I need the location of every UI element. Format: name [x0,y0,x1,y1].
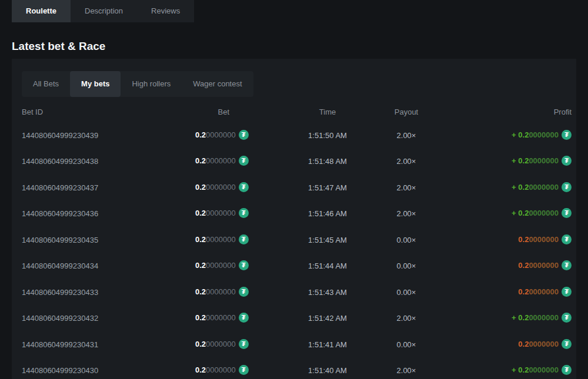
bet-payout: 2.00× [376,366,436,375]
tab-high-rollers[interactable]: High rollers [121,71,182,97]
bet-time: 1:51:40 AM [279,366,376,375]
bet-amount: 0.20000000₮ [195,313,247,323]
tether-coin-icon: ₮ [562,260,572,270]
page-title: Latest bet & Race [12,40,588,53]
tab-all-bets[interactable]: All Bets [22,71,70,97]
tab-roulette[interactable]: Roulette [12,0,71,22]
header-time: Time [279,108,376,116]
bet-id-value: 144080604999230433 [22,288,195,297]
profit-amount-lead: 0.2 [518,340,529,348]
profit-cell: 0.20000000₮ [436,261,572,271]
page: Roulette Description Reviews Latest bet … [0,0,588,379]
bet-payout: 0.00× [376,261,436,270]
profit-amount-rest: 0000000 [529,261,559,270]
bet-time: 1:51:50 AM [279,131,376,140]
bet-time: 1:51:41 AM [279,340,376,349]
bets-table: Bet ID Bet Time Payout Profit 1440806049… [12,101,576,379]
profit-amount-lead: + 0.2 [512,156,529,165]
tether-coin-icon: ₮ [239,156,249,166]
tab-wager-contest[interactable]: Wager contest [182,71,253,97]
profit-amount-lead: 0.2 [518,287,529,296]
header-payout: Payout [376,108,436,116]
bet-id-value: 144080604999230434 [22,261,195,270]
tether-coin-icon: ₮ [239,260,249,270]
profit-amount-lead: 0.2 [518,235,529,244]
bet-amount-rest: 0000000 [206,261,236,270]
tab-my-bets[interactable]: My bets [70,71,121,97]
tether-coin-icon: ₮ [239,234,249,244]
profit-amount-rest: 0000000 [529,340,559,348]
tether-coin-icon: ₮ [562,313,572,323]
table-header-row: Bet ID Bet Time Payout Profit [12,101,576,122]
profit-amount-lead: + 0.2 [512,365,529,374]
bet-amount-lead: 0.2 [195,287,206,296]
bet-id-value: 144080604999230432 [22,314,195,323]
table-row[interactable]: 144080604999230437 0.20000000₮ 1:51:47 A… [12,175,576,201]
tether-coin-icon: ₮ [239,339,249,349]
tab-reviews[interactable]: Reviews [137,0,194,22]
header-bet-id: Bet ID [22,108,195,116]
header-profit: Profit [436,108,572,116]
tether-coin-icon: ₮ [562,234,572,244]
bet-payout: 2.00× [376,209,436,218]
tether-coin-icon: ₮ [562,339,572,349]
tether-coin-icon: ₮ [562,182,572,192]
bet-id-value: 144080604999230436 [22,209,195,218]
profit-cell: + 0.20000000₮ [436,365,572,375]
profit-amount-lead: 0.2 [518,261,529,270]
bet-payout: 2.00× [376,157,436,166]
bet-time: 1:51:45 AM [279,236,376,244]
latest-bets-panel: All Bets My bets High rollers Wager cont… [12,59,576,379]
table-row[interactable]: 144080604999230430 0.20000000₮ 1:51:40 A… [12,358,576,379]
bet-id-value: 144080604999230430 [22,366,195,375]
bet-id-value: 144080604999230435 [22,236,195,244]
profit-cell: + 0.20000000₮ [436,130,572,140]
bet-amount-lead: 0.2 [195,340,206,348]
profit-cell: + 0.20000000₮ [436,313,572,323]
bet-amount-lead: 0.2 [195,261,206,270]
bet-time: 1:51:48 AM [279,157,376,166]
table-row[interactable]: 144080604999230438 0.20000000₮ 1:51:48 A… [12,149,576,175]
profit-cell: 0.20000000₮ [436,287,572,297]
bet-amount-lead: 0.2 [195,130,206,139]
bet-amount-lead: 0.2 [195,183,206,192]
tether-coin-icon: ₮ [239,287,249,297]
bet-id-value: 144080604999230431 [22,340,195,349]
bet-filter-tabbar: All Bets My bets High rollers Wager cont… [22,71,253,97]
profit-cell: 0.20000000₮ [436,340,572,350]
table-row[interactable]: 144080604999230435 0.20000000₮ 1:51:45 A… [12,227,576,253]
bet-payout: 2.00× [376,314,436,323]
profit-cell: + 0.20000000₮ [436,209,572,219]
tether-coin-icon: ₮ [239,182,249,192]
bet-amount-rest: 0000000 [206,156,236,165]
tether-coin-icon: ₮ [239,365,249,375]
table-row[interactable]: 144080604999230436 0.20000000₮ 1:51:46 A… [12,201,576,227]
profit-amount-lead: + 0.2 [512,183,529,192]
bet-payout: 0.00× [376,288,436,297]
table-row[interactable]: 144080604999230434 0.20000000₮ 1:51:44 A… [12,253,576,280]
profit-amount-rest: 0000000 [529,287,559,296]
bet-amount: 0.20000000₮ [195,209,247,219]
tab-description[interactable]: Description [71,0,137,22]
bet-amount: 0.20000000₮ [195,183,247,193]
table-row[interactable]: 144080604999230439 0.20000000₮ 1:51:50 A… [12,122,576,149]
bet-amount-lead: 0.2 [195,313,206,322]
tether-coin-icon: ₮ [562,208,572,218]
table-row[interactable]: 144080604999230431 0.20000000₮ 1:51:41 A… [12,331,576,358]
profit-amount-lead: + 0.2 [512,130,529,139]
bet-amount-rest: 0000000 [206,287,236,296]
game-tabbar: Roulette Description Reviews [12,0,194,22]
bet-amount: 0.20000000₮ [195,340,247,350]
tether-coin-icon: ₮ [239,130,249,140]
bet-amount: 0.20000000₮ [195,261,247,271]
bet-time: 1:51:43 AM [279,288,376,297]
bet-amount-rest: 0000000 [206,365,236,374]
bet-amount-rest: 0000000 [206,183,236,192]
bet-amount: 0.20000000₮ [195,156,247,166]
bet-amount-lead: 0.2 [195,209,206,217]
table-row[interactable]: 144080604999230432 0.20000000₮ 1:51:42 A… [12,306,576,332]
tether-coin-icon: ₮ [562,365,572,375]
bet-amount-rest: 0000000 [206,340,236,348]
bet-time: 1:51:44 AM [279,261,376,270]
table-row[interactable]: 144080604999230433 0.20000000₮ 1:51:43 A… [12,279,576,306]
